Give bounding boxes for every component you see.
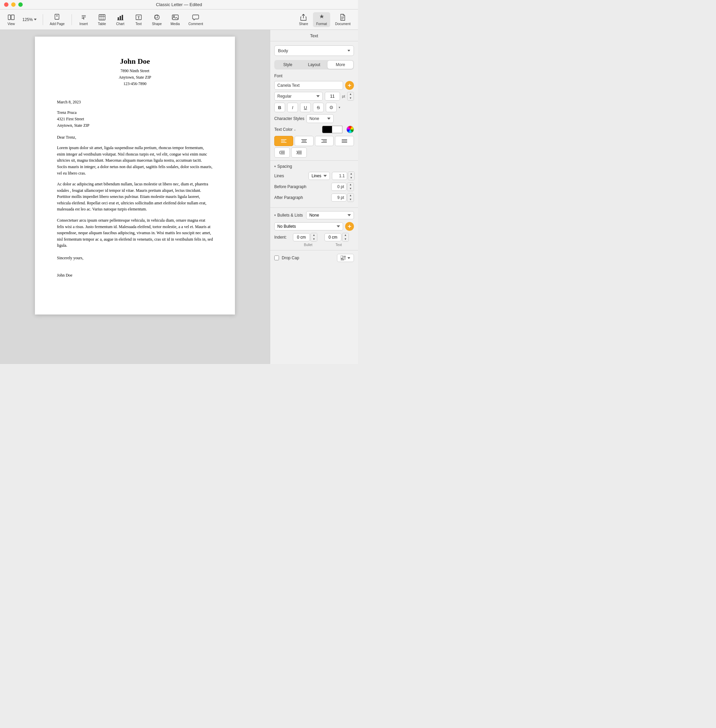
document-button[interactable]: Document bbox=[332, 12, 354, 27]
strikethrough-button[interactable]: S bbox=[313, 103, 324, 112]
before-paragraph-input[interactable] bbox=[331, 183, 346, 191]
lines-value-input[interactable] bbox=[332, 172, 347, 180]
tab-more[interactable]: More bbox=[328, 61, 353, 69]
no-bullets-select[interactable]: No Bullets bbox=[274, 222, 343, 231]
share-button[interactable]: Share bbox=[296, 12, 311, 27]
dropcap-style-button[interactable] bbox=[337, 254, 354, 262]
spacing-collapse-icon: ▾ bbox=[274, 165, 276, 168]
lines-increment[interactable]: ▲ bbox=[348, 172, 354, 176]
document-area[interactable]: John Doe 7890 Ninth Street Anytown, Stat… bbox=[0, 30, 270, 364]
bold-button[interactable]: B bbox=[274, 103, 285, 112]
comment-button[interactable]: Comment bbox=[185, 12, 206, 27]
shape-label: Shape bbox=[152, 22, 162, 26]
before-para-increment[interactable]: ▲ bbox=[347, 183, 353, 187]
color-swatch-black[interactable] bbox=[322, 126, 332, 133]
chart-label: Chart bbox=[116, 22, 124, 26]
underline-button[interactable]: U bbox=[300, 103, 311, 112]
svg-rect-2 bbox=[55, 14, 59, 19]
format-button[interactable]: Format bbox=[313, 12, 331, 27]
text-icon: T bbox=[135, 14, 143, 21]
close-button[interactable] bbox=[4, 2, 9, 7]
before-para-value-group: ▲ ▼ bbox=[331, 182, 354, 191]
text-indent-decrement[interactable]: ▼ bbox=[343, 237, 349, 241]
toolbar-separator-2 bbox=[71, 14, 72, 25]
font-size-unit: pt bbox=[342, 94, 345, 98]
font-size-increment[interactable]: ▲ bbox=[347, 92, 353, 96]
letter-salutation: Dear Trenz, bbox=[57, 135, 213, 140]
add-page-button[interactable]: Add Page bbox=[47, 12, 68, 27]
italic-button[interactable]: I bbox=[287, 103, 298, 112]
decrease-indent-button[interactable] bbox=[274, 147, 290, 158]
char-styles-select[interactable]: None bbox=[306, 114, 334, 123]
insert-button[interactable]: Insert bbox=[75, 12, 92, 27]
zoom-button[interactable]: 125% bbox=[20, 16, 39, 23]
align-left-button[interactable] bbox=[274, 136, 293, 146]
font-size-input[interactable] bbox=[325, 92, 340, 101]
text-indent-increment[interactable]: ▲ bbox=[343, 233, 349, 237]
increase-indent-button[interactable] bbox=[291, 147, 307, 158]
table-icon bbox=[98, 14, 106, 21]
add-page-label: Add Page bbox=[50, 22, 65, 26]
bullet-indent-input[interactable] bbox=[293, 233, 310, 241]
lines-value-group: ▲ ▼ bbox=[332, 171, 355, 180]
bullets-collapse-icon: ▾ bbox=[274, 214, 276, 217]
text-button[interactable]: T Text bbox=[130, 12, 147, 27]
bullets-options-button[interactable] bbox=[345, 222, 354, 231]
media-label: Media bbox=[170, 22, 180, 26]
text-color-chevron-icon: ⌄ bbox=[294, 128, 296, 131]
bullets-type-select[interactable]: None bbox=[306, 211, 354, 219]
media-button[interactable]: Media bbox=[167, 12, 184, 27]
letter-body[interactable]: Lorem ipsum dolor sit amet, ligula suspe… bbox=[57, 145, 213, 249]
letter-header: John Doe 7890 Ninth Street Anytown, Stat… bbox=[57, 57, 213, 88]
before-paragraph-row: Before Paragraph ▲ ▼ bbox=[274, 182, 354, 191]
font-browse-button[interactable] bbox=[345, 81, 354, 90]
text-indent-stepper: ▲ ▼ bbox=[342, 233, 349, 242]
maximize-button[interactable] bbox=[18, 2, 23, 7]
tab-layout[interactable]: Layout bbox=[301, 61, 327, 69]
shape-button[interactable]: Shape bbox=[149, 12, 165, 27]
svg-rect-15 bbox=[120, 16, 121, 20]
table-button[interactable]: Table bbox=[94, 12, 111, 27]
color-wheel-button[interactable] bbox=[346, 126, 354, 133]
bullet-indent-decrement[interactable]: ▼ bbox=[311, 237, 317, 241]
after-para-increment[interactable]: ▲ bbox=[347, 194, 353, 197]
paragraph-style-selector[interactable]: Body bbox=[274, 46, 354, 56]
align-right-button[interactable] bbox=[315, 136, 334, 146]
align-justify-button[interactable] bbox=[335, 136, 354, 146]
dropcap-label: Drop Cap bbox=[282, 256, 299, 260]
view-button[interactable]: View bbox=[4, 12, 18, 27]
svg-rect-0 bbox=[8, 15, 11, 20]
text-indent-input[interactable] bbox=[325, 233, 341, 241]
minimize-button[interactable] bbox=[11, 2, 15, 7]
align-center-button[interactable] bbox=[294, 136, 314, 146]
font-name-input[interactable] bbox=[274, 81, 343, 90]
chart-button[interactable]: Chart bbox=[112, 12, 129, 27]
lines-select[interactable]: Lines bbox=[308, 172, 330, 180]
font-size-decrement[interactable]: ▼ bbox=[347, 96, 353, 100]
tab-style[interactable]: Style bbox=[275, 61, 301, 69]
panel-tabs: Style Layout More bbox=[274, 60, 354, 70]
svg-point-20 bbox=[155, 15, 159, 20]
lines-decrement[interactable]: ▼ bbox=[348, 176, 354, 180]
text-sub-label: Text bbox=[323, 243, 354, 247]
text-options-button[interactable]: ⚙ bbox=[326, 103, 337, 112]
comment-label: Comment bbox=[188, 22, 203, 26]
text-options-chevron-icon: ▾ bbox=[339, 106, 340, 109]
before-para-decrement[interactable]: ▼ bbox=[347, 187, 353, 191]
text-indent-group: ▲ ▼ bbox=[325, 233, 354, 242]
window-controls bbox=[4, 2, 23, 7]
spacing-header[interactable]: ▾ Spacing bbox=[274, 164, 354, 169]
font-section: Font Regular pt ▲ bbox=[270, 70, 358, 161]
font-style-select[interactable]: Regular bbox=[274, 92, 323, 101]
text-color-label: Text Color ⌄ bbox=[274, 127, 296, 132]
color-swatch-white[interactable] bbox=[332, 126, 343, 133]
dropcap-checkbox[interactable] bbox=[274, 256, 279, 260]
bullet-indent-increment[interactable]: ▲ bbox=[311, 233, 317, 237]
after-para-decrement[interactable]: ▼ bbox=[347, 197, 353, 202]
bullets-header: ▾ Bullets & Lists None bbox=[274, 211, 354, 219]
after-paragraph-input[interactable] bbox=[331, 194, 346, 202]
font-name-row bbox=[274, 81, 354, 90]
main-layout: John Doe 7890 Ninth Street Anytown, Stat… bbox=[0, 30, 358, 364]
body-paragraph-3: Consectetuer arcu ipsum ornare pellentes… bbox=[57, 217, 213, 249]
insert-label: Insert bbox=[79, 22, 88, 26]
